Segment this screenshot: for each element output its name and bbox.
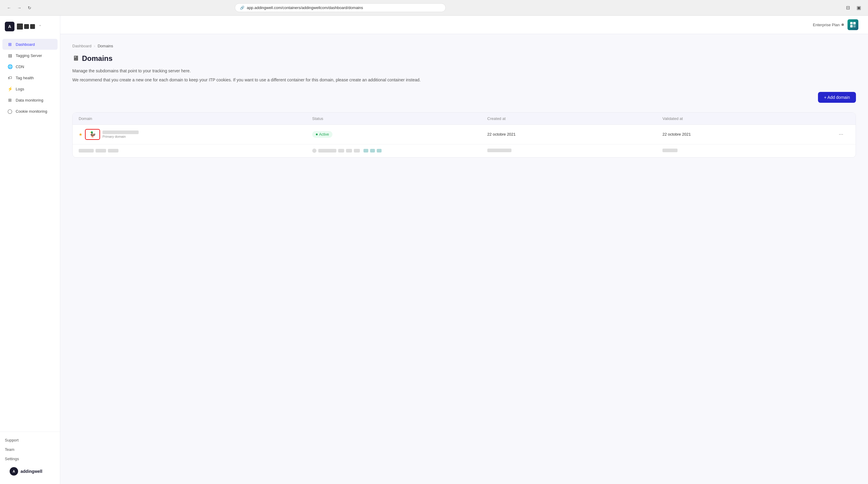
dashboard-icon: ⊞ (7, 41, 13, 47)
sidebar-item-cdn[interactable]: 🌐 CDN (2, 61, 58, 72)
svg-rect-2 (850, 25, 852, 27)
add-domain-button[interactable]: + Add domain (818, 92, 856, 103)
sq1 (17, 24, 23, 30)
sidebar-item-cookie-monitoring[interactable]: ◯ Cookie monitoring (2, 106, 58, 117)
breadcrumb: Dashboard › Domains (72, 44, 856, 48)
status-blur5 (354, 149, 360, 152)
page-title: 🖥 Domains (72, 54, 856, 63)
col-actions (838, 116, 849, 121)
sidebar-toggle-button[interactable]: ▣ (855, 4, 863, 12)
sidebar-logo: A (5, 22, 14, 31)
domain-name-blurred (102, 130, 138, 134)
breadcrumb-separator: › (94, 44, 95, 48)
sidebar-header: A ⌃ (0, 19, 60, 36)
status-blur8 (377, 149, 381, 152)
sidebar-item-data-monitoring[interactable]: ⊞ Data monitoring (2, 95, 58, 105)
svg-rect-0 (850, 22, 852, 24)
table-actions-row: + Add domain (72, 92, 856, 108)
refresh-button[interactable]: ↻ (25, 4, 34, 12)
sidebar-footer: Support Team Settings A addingwell (0, 431, 60, 480)
status-blur4 (346, 149, 352, 152)
sidebar: A ⌃ ⊞ Dashboard ▤ Tagging Server 🌐 CDN (0, 16, 60, 484)
page-content: Dashboard › Domains 🖥 Domains Manage the… (60, 34, 868, 167)
url-bar[interactable]: 🔗 app.addingwell.com/containers/addingwe… (235, 3, 446, 12)
extensions-button[interactable]: ⊟ (844, 4, 852, 12)
actions-cell-1: ··· (838, 130, 849, 139)
col-created-at: Created at (487, 116, 662, 121)
user-avatar[interactable] (847, 19, 858, 30)
status-text: Active (319, 132, 329, 137)
sidebar-item-label: Data monitoring (16, 98, 43, 102)
more-options-button[interactable]: ··· (838, 130, 844, 139)
domain-blurred-row (79, 149, 119, 152)
tagging-server-icon: ▤ (7, 53, 13, 58)
fish-icon: 🦆 (89, 131, 96, 138)
status-blur6 (364, 149, 368, 152)
browser-right-actions: ⊟ ▣ (844, 4, 863, 12)
enterprise-badge: Enterprise Plan (813, 23, 844, 27)
page-description-1: Manage the subdomains that point to your… (72, 67, 856, 74)
table-row: ★ 🦆 Primary domain Active (73, 125, 856, 144)
col-validated-at: Validated at (662, 116, 838, 121)
status-blur7 (370, 149, 375, 152)
table-header: Domain Status Created at Validated at (73, 113, 856, 125)
top-bar: Enterprise Plan (60, 16, 868, 34)
sidebar-item-logs[interactable]: ⚡ Logs (2, 84, 58, 94)
sidebar-item-tag-health[interactable]: 🏷 Tag health (2, 72, 58, 83)
plan-label: Enterprise Plan (813, 23, 840, 27)
settings-label: Settings (5, 457, 19, 461)
breadcrumb-parent[interactable]: Dashboard (72, 44, 92, 48)
domain-cell-2 (79, 149, 312, 152)
brand-logo-letter: A (13, 470, 15, 473)
domain-cell-1: ★ 🦆 Primary domain (79, 129, 312, 140)
sidebar-item-label: Tag health (16, 75, 34, 80)
sidebar-nav: ⊞ Dashboard ▤ Tagging Server 🌐 CDN 🏷 Tag… (0, 36, 60, 431)
status-blur2 (318, 149, 336, 152)
sidebar-item-tagging-server[interactable]: ▤ Tagging Server (2, 50, 58, 61)
status-badge: Active (312, 131, 333, 138)
star-icon: ★ (79, 132, 83, 137)
created-at-cell-1: 22 octobre 2021 (487, 132, 662, 137)
sidebar-item-dashboard[interactable]: ⊞ Dashboard (2, 39, 58, 50)
sidebar-item-support[interactable]: Support (5, 435, 55, 445)
sidebar-item-label: Tagging Server (16, 53, 42, 58)
created-at-blur (487, 149, 512, 152)
sidebar-item-label: CDN (16, 64, 24, 69)
page-title-text: Domains (82, 54, 113, 63)
sidebar-brand: A addingwell (5, 463, 55, 477)
breadcrumb-current: Domains (98, 44, 113, 48)
blur3 (108, 149, 119, 152)
created-at-cell-2 (487, 149, 662, 153)
lock-icon: 🔗 (240, 6, 244, 10)
sidebar-item-team[interactable]: Team (5, 445, 55, 454)
tag-health-icon: 🏷 (7, 75, 13, 81)
chevron-icon: ⌃ (38, 24, 41, 29)
col-status: Status (312, 116, 487, 121)
support-label: Support (5, 438, 19, 443)
status-dot (316, 133, 318, 135)
avatar-icon (849, 21, 856, 28)
status-blur3 (338, 149, 344, 152)
domain-primary-label: Primary domain (102, 135, 138, 138)
validated-at-blur (662, 149, 678, 152)
table-row (73, 144, 856, 157)
plan-dot (841, 24, 844, 26)
back-button[interactable]: ← (5, 4, 13, 12)
sq3 (30, 24, 35, 29)
data-monitoring-icon: ⊞ (7, 97, 13, 103)
domain-name-block: Primary domain (102, 130, 138, 138)
domain-icon-box: 🦆 (85, 129, 100, 140)
cookie-monitoring-icon: ◯ (7, 109, 13, 114)
main-content: Enterprise Plan Dashboard › Domains (60, 16, 868, 484)
sidebar-squares (17, 24, 35, 30)
svg-rect-1 (853, 22, 856, 24)
blur1 (79, 149, 94, 152)
forward-button[interactable]: → (15, 4, 24, 12)
page-title-icon: 🖥 (72, 55, 79, 62)
browser-chrome: ← → ↻ 🔗 app.addingwell.com/containers/ad… (0, 0, 868, 16)
sidebar-item-label: Dashboard (16, 42, 35, 47)
status-cell-1: Active (312, 131, 487, 138)
sidebar-item-settings[interactable]: Settings (5, 454, 55, 463)
status-cell-2 (312, 149, 487, 153)
url-text: app.addingwell.com/containers/addingwell… (247, 5, 363, 10)
